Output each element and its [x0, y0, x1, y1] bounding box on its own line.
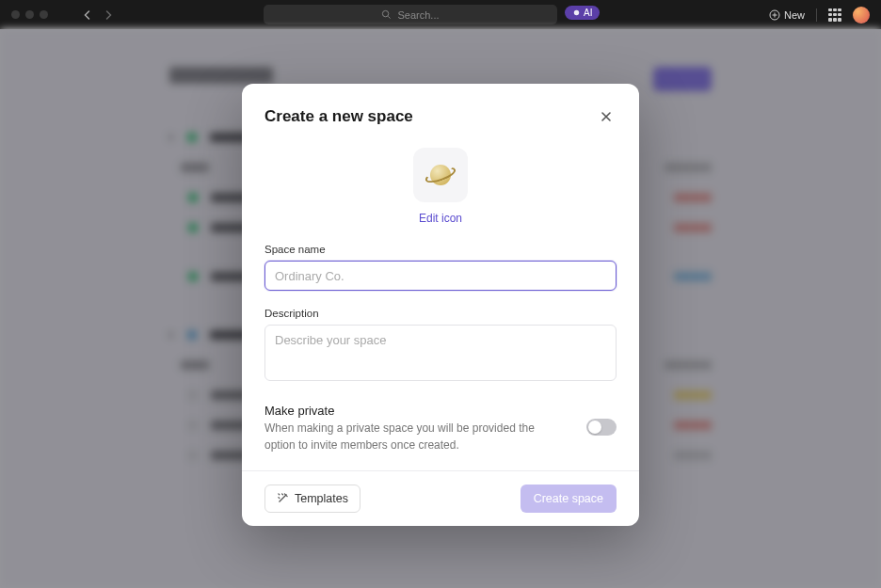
create-space-modal: Create a new space Edit icon Space name: [242, 84, 639, 526]
close-icon: [600, 110, 613, 123]
new-label: New: [784, 9, 805, 21]
modal-title: Create a new space: [264, 107, 413, 126]
create-space-button[interactable]: Create space: [521, 485, 617, 513]
edit-icon-link[interactable]: Edit icon: [419, 212, 462, 225]
templates-label: Templates: [295, 492, 348, 505]
space-name-label: Space name: [264, 244, 617, 255]
ai-button[interactable]: AI: [565, 6, 600, 20]
private-row: Make private When making a private space…: [264, 404, 617, 453]
traffic-close[interactable]: [11, 10, 20, 19]
toggle-knob: [588, 421, 601, 434]
topbar-right: New: [769, 0, 870, 29]
svg-point-1: [574, 10, 579, 15]
description-label: Description: [264, 308, 617, 319]
traffic-max[interactable]: [40, 10, 48, 19]
modal-overlay[interactable]: Create a new space Edit icon Space name: [0, 29, 881, 588]
private-desc: When making a private space you will be …: [264, 421, 568, 453]
app-topbar: Search... AI New: [0, 0, 881, 29]
plus-circle-icon: [769, 9, 780, 21]
modal-footer: Templates Create space: [242, 470, 639, 526]
nav-forward-icon[interactable]: [103, 9, 114, 21]
search-input[interactable]: Search...: [264, 5, 557, 24]
apps-grid-icon[interactable]: [828, 8, 841, 22]
search-placeholder: Search...: [397, 9, 439, 21]
space-icon-tile[interactable]: [413, 148, 468, 202]
templates-button[interactable]: Templates: [264, 485, 360, 513]
close-button[interactable]: [596, 106, 617, 127]
icon-section: Edit icon: [264, 148, 617, 225]
space-name-input[interactable]: [264, 261, 617, 291]
nav-arrows: [82, 9, 114, 21]
planet-icon: [424, 159, 457, 191]
window-controls: [11, 10, 48, 19]
traffic-min[interactable]: [25, 10, 34, 19]
ai-sparkle-icon: [572, 8, 581, 17]
svg-point-0: [383, 10, 389, 16]
divider: [816, 8, 817, 22]
wand-icon: [277, 492, 289, 504]
ai-label: AI: [584, 8, 592, 18]
description-input[interactable]: [264, 325, 617, 381]
nav-back-icon[interactable]: [82, 9, 93, 21]
private-toggle[interactable]: [586, 419, 617, 436]
search-icon: [381, 9, 392, 20]
new-button[interactable]: New: [769, 9, 805, 21]
private-title: Make private: [264, 404, 568, 418]
avatar[interactable]: [853, 7, 870, 24]
